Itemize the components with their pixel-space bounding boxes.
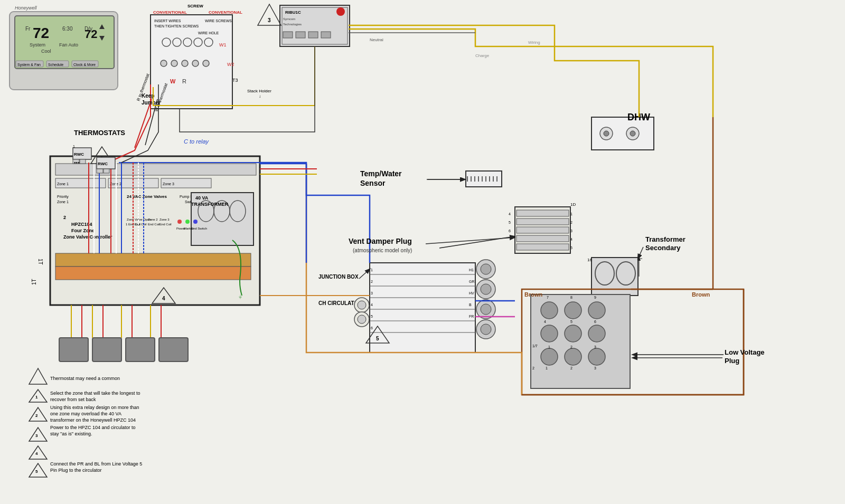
svg-text:R: R <box>182 78 186 84</box>
svg-text:Sensor: Sensor <box>360 179 386 187</box>
svg-text:6: 6 <box>594 320 596 324</box>
svg-text:Keep: Keep <box>142 93 154 99</box>
svg-text:2: 2 <box>63 215 66 220</box>
svg-point-59 <box>177 220 182 224</box>
svg-text:1T: 1T <box>31 279 37 285</box>
svg-text:THERMOSTATS: THERMOSTATS <box>74 129 125 137</box>
svg-rect-21 <box>308 32 318 38</box>
svg-point-242 <box>358 301 366 309</box>
svg-text:72: 72 <box>33 25 49 41</box>
svg-point-136 <box>541 302 558 319</box>
svg-text:FR: FR <box>469 315 474 318</box>
svg-rect-46 <box>55 253 251 267</box>
svg-text:2: 2 <box>35 413 38 418</box>
svg-text:3: 3 <box>570 229 572 233</box>
svg-rect-207 <box>97 169 103 173</box>
svg-text:Power to the HPZC 104 and circ: Power to the HPZC 104 and circulator to <box>50 425 136 430</box>
svg-text:Thermostat may need a common: Thermostat may need a common <box>50 376 120 381</box>
svg-point-137 <box>565 302 581 319</box>
svg-point-133 <box>481 324 491 335</box>
svg-text:Stack Holder: Stack Holder <box>247 89 271 93</box>
svg-text:System: System <box>30 42 45 47</box>
svg-text:End Coil: End Coil <box>135 223 147 226</box>
svg-rect-202 <box>80 159 86 164</box>
svg-point-142 <box>541 348 558 365</box>
svg-text:2: 2 <box>570 345 572 349</box>
svg-point-77 <box>630 131 635 136</box>
svg-text:SCREW: SCREW <box>187 4 203 8</box>
svg-rect-208 <box>104 169 109 173</box>
svg-text:Brown: Brown <box>692 291 710 298</box>
svg-text:W: W <box>170 78 176 84</box>
svg-text:recover from set back: recover from set back <box>50 397 96 402</box>
svg-rect-93 <box>517 235 569 242</box>
svg-text:Zone 3: Zone 3 <box>163 182 174 186</box>
svg-text:RIBU1C: RIBU1C <box>285 10 301 15</box>
svg-text:1/7: 1/7 <box>532 344 538 348</box>
svg-marker-257 <box>29 389 47 402</box>
svg-text:Clock & More: Clock & More <box>73 63 96 66</box>
svg-text:Pin Plug to the circulator: Pin Plug to the circulator <box>50 468 102 473</box>
svg-point-10 <box>203 60 209 66</box>
svg-text:RWC: RWC <box>74 152 84 157</box>
svg-point-61 <box>193 220 198 224</box>
svg-point-75 <box>604 131 609 136</box>
svg-text:TRANSFORMER: TRANSFORMER <box>191 202 228 207</box>
svg-text:Zone 1: Zone 1 <box>57 182 69 186</box>
svg-text:WIRE SCREWS: WIRE SCREWS <box>205 19 232 23</box>
svg-line-282 <box>426 237 514 244</box>
svg-text:Zone 2: Zone 2 <box>110 182 121 186</box>
svg-text:WIRE HOLE: WIRE HOLE <box>198 31 219 35</box>
svg-text:Priority: Priority <box>57 195 69 199</box>
svg-text:W2: W2 <box>227 62 234 67</box>
svg-text:End Switch: End Switch <box>191 227 207 230</box>
svg-rect-184 <box>159 338 188 362</box>
svg-text:Transformer: Transformer <box>645 235 686 243</box>
svg-text:T3: T3 <box>232 78 238 83</box>
svg-text:Zone 3: Zone 3 <box>159 218 170 221</box>
svg-rect-22 <box>321 32 331 38</box>
svg-text:Brown: Brown <box>524 291 543 298</box>
svg-text:Technologies: Technologies <box>283 23 302 26</box>
svg-text:5: 5 <box>509 221 511 224</box>
svg-text:Four Zone: Four Zone <box>71 228 95 233</box>
svg-marker-261 <box>29 407 47 421</box>
svg-text:4: 4 <box>162 296 165 301</box>
svg-text:4: 4 <box>509 212 511 216</box>
svg-text:3: 3 <box>594 366 596 370</box>
svg-text:2: 2 <box>371 280 373 283</box>
svg-text:Temp/Water: Temp/Water <box>360 169 402 178</box>
svg-text:Wiring: Wiring <box>528 40 540 45</box>
svg-text:Zone 1: Zone 1 <box>57 200 69 204</box>
svg-rect-47 <box>55 267 251 280</box>
svg-rect-181 <box>59 338 88 362</box>
svg-text:RWC: RWC <box>98 161 108 166</box>
svg-text:5: 5 <box>570 246 572 250</box>
svg-text:GR: GR <box>469 280 475 283</box>
svg-text:Charge: Charge <box>475 53 490 58</box>
svg-line-245 <box>369 298 370 305</box>
svg-text:Using this extra relay design : Using this extra relay design on more th… <box>50 405 139 410</box>
svg-point-6 <box>161 60 167 66</box>
svg-text:Secondary: Secondary <box>645 244 681 252</box>
svg-marker-266 <box>29 427 47 441</box>
svg-text:6: 6 <box>509 229 511 233</box>
svg-text:Connect the PR and BL from Lin: Connect the PR and BL from Line Voltage … <box>50 461 142 467</box>
svg-point-139 <box>541 325 558 342</box>
svg-point-15 <box>336 7 345 16</box>
svg-text:3: 3 <box>594 345 596 349</box>
svg-text:40 VA: 40 VA <box>195 195 209 201</box>
svg-text:5: 5 <box>371 315 373 318</box>
svg-text:1: 1 <box>35 395 38 400</box>
svg-text:one zone may overload the 40 V: one zone may overload the 40 VA <box>50 411 121 416</box>
svg-point-60 <box>185 220 190 224</box>
svg-text:CONVENTIONAL: CONVENTIONAL <box>153 10 187 15</box>
svg-line-253 <box>638 247 643 259</box>
svg-text:7: 7 <box>547 296 549 299</box>
svg-point-140 <box>565 325 581 342</box>
svg-text:B: B <box>469 303 472 307</box>
svg-text:3: 3 <box>268 17 271 23</box>
svg-text:3: 3 <box>35 433 38 438</box>
svg-rect-20 <box>296 32 305 38</box>
svg-rect-183 <box>126 338 155 362</box>
